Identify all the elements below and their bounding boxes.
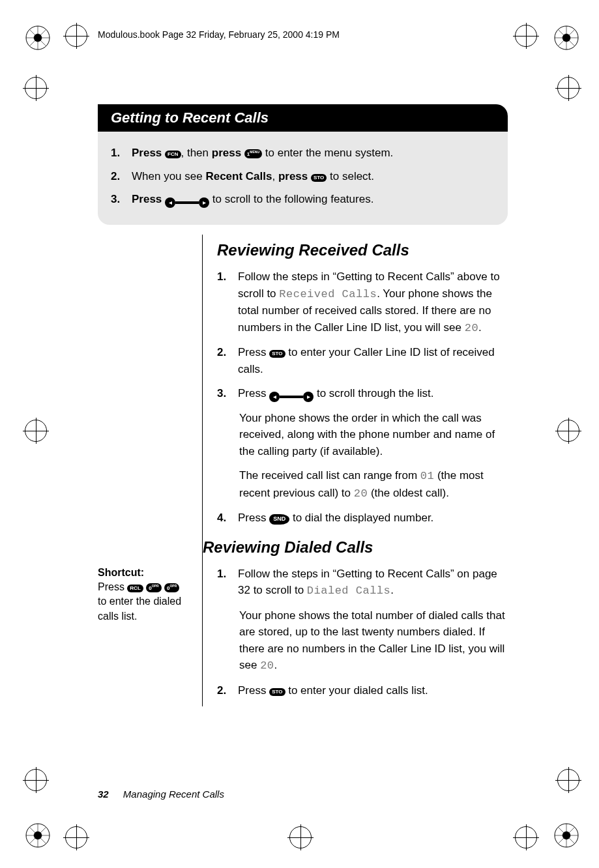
section-heading: Getting to Recent Calls <box>98 104 508 133</box>
crop-mark <box>557 769 579 791</box>
crop-mark <box>25 77 47 99</box>
sto-key-icon: STO <box>311 174 327 182</box>
text: . <box>478 321 482 334</box>
text: Press <box>238 387 269 399</box>
paragraph: The received call list can range from 01… <box>239 467 508 502</box>
text: press <box>278 170 311 182</box>
text: Press <box>238 346 269 358</box>
chapter-title: Managing Recent Calls <box>123 788 224 800</box>
running-header: Modulous.book Page 32 Friday, February 2… <box>98 29 340 40</box>
text: . <box>390 584 394 596</box>
text: to enter the menu system. <box>262 147 393 159</box>
fcn-key-icon: FCN <box>165 151 181 158</box>
text: Press <box>132 147 165 159</box>
page-footer: 32 Managing Recent Calls <box>98 788 224 800</box>
lcd-text: Dialed Calls <box>307 585 390 597</box>
text: to enter the dialed calls list. <box>98 596 181 621</box>
registration-mark <box>553 25 579 51</box>
crop-mark <box>25 769 47 791</box>
nav-key-icon: ◂▸ <box>165 197 209 208</box>
zero-key-icon: 0OPR <box>146 583 161 592</box>
received-step-4: 4. Press SND to dial the displayed numbe… <box>217 510 508 527</box>
text: When you see <box>132 170 205 182</box>
step-number: 2. <box>217 682 231 699</box>
step-number: 2. <box>217 344 231 377</box>
sto-key-icon: STO <box>269 350 285 358</box>
intro-steps-box: 1. Press FCN, then press 1MENU to enter … <box>98 132 508 225</box>
text: Press <box>238 512 269 524</box>
shortcut-label: Shortcut: <box>98 567 144 578</box>
svg-point-5 <box>34 34 42 42</box>
received-step-2: 2. Press STO to enter your Caller Line I… <box>217 344 508 377</box>
dialed-step-1: 1. Follow the steps in “Getting to Recen… <box>217 566 508 600</box>
step-number: 3. <box>111 191 125 208</box>
received-step-3: 3. Press ◂▸ to scroll through the list. <box>217 385 508 402</box>
text: to scroll to the following features. <box>212 193 374 205</box>
zero-key-icon: 0OPR <box>164 583 179 592</box>
dialed-step-2: 2. Press STO to enter your dialed calls … <box>217 682 508 699</box>
crop-mark <box>289 826 312 848</box>
step-number: 1. <box>111 145 125 162</box>
step-number: 1. <box>217 566 231 600</box>
snd-key-icon: SND <box>269 514 289 525</box>
rcl-key-icon: RCL <box>127 585 143 592</box>
lcd-text: Received Calls <box>279 288 377 300</box>
text: to scroll through the list. <box>317 387 434 399</box>
page-number: 32 <box>98 788 109 800</box>
intro-step-3: 3. Press ◂▸ to scroll to the following f… <box>111 191 495 208</box>
text: to dial the displayed number. <box>289 512 433 524</box>
paragraph: Your phone shows the total number of dia… <box>239 607 508 674</box>
text: to enter your dialed calls list. <box>285 684 428 697</box>
received-step-1: 1. Follow the steps in “Getting to Recen… <box>217 268 508 336</box>
menu-1-key-icon: 1MENU <box>244 149 262 158</box>
intro-step-2: 2. When you see Recent Calls, press STO … <box>111 168 495 185</box>
step-number: 2. <box>111 168 125 185</box>
lcd-text: 01 <box>420 470 434 482</box>
registration-mark <box>25 25 51 51</box>
lcd-text: 20 <box>354 487 368 500</box>
text: , <box>272 170 278 182</box>
crop-mark <box>557 77 579 99</box>
section-heading-received: Reviewing Received Calls <box>217 241 508 259</box>
sto-key-icon: STO <box>269 688 285 696</box>
crop-mark <box>65 25 87 47</box>
text: , then <box>181 147 212 159</box>
registration-mark <box>553 822 579 848</box>
lcd-text: 20 <box>465 322 478 334</box>
svg-point-17 <box>34 832 42 839</box>
step-number: 3. <box>217 385 231 402</box>
svg-point-23 <box>562 832 570 839</box>
paragraph: Your phone shows the order in which the … <box>239 410 508 460</box>
lcd-text: 20 <box>260 659 274 672</box>
step-number: 4. <box>217 510 231 527</box>
shortcut-sidebar: Shortcut: Press RCL 0OPR 0OPR to enter t… <box>98 566 189 707</box>
nav-key-icon: ◂▸ <box>269 392 314 402</box>
crop-mark <box>515 25 537 47</box>
text: Recent Calls <box>205 170 272 182</box>
text: Press <box>132 193 165 205</box>
crop-mark <box>65 826 87 848</box>
step-number: 1. <box>217 268 231 336</box>
registration-mark <box>25 822 51 848</box>
section-heading-dialed: Reviewing Dialed Calls <box>203 538 508 557</box>
crop-mark <box>515 826 537 848</box>
text: Press <box>98 581 127 592</box>
text: Press <box>238 684 269 697</box>
intro-step-1: 1. Press FCN, then press 1MENU to enter … <box>111 145 495 162</box>
crop-mark <box>25 420 47 442</box>
text: press <box>212 147 244 159</box>
svg-point-11 <box>562 34 570 42</box>
crop-mark <box>557 420 579 442</box>
text: to select. <box>327 170 374 182</box>
